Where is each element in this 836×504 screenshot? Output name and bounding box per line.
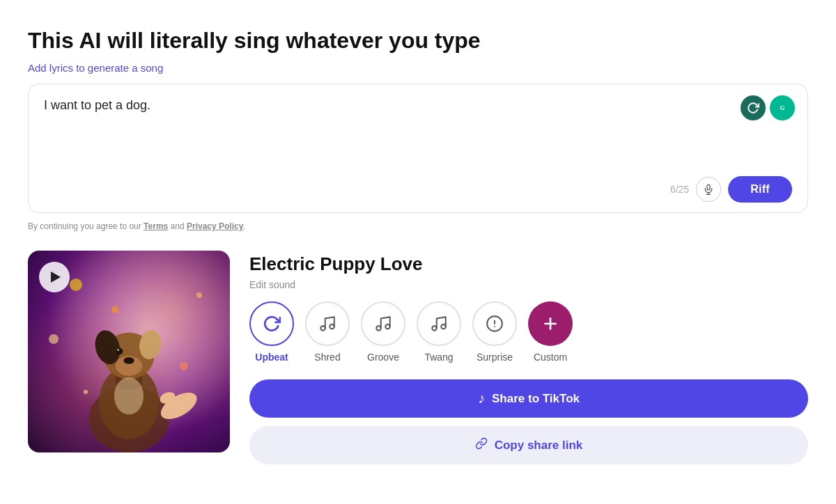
lyrics-input[interactable]: I want to pet a dog.: [44, 98, 792, 168]
surprise-label: Surprise: [477, 352, 513, 363]
svg-point-14: [117, 349, 119, 351]
share-tiktok-label: Share to TikTok: [492, 392, 580, 406]
svg-point-20: [376, 326, 381, 331]
play-icon: [51, 271, 61, 283]
add-lyrics-link[interactable]: Add lyrics to generate a song: [28, 62, 163, 74]
upbeat-icon-circle: [249, 301, 294, 346]
shred-icon-circle: [305, 301, 350, 346]
page-title: This AI will literally sing whatever you…: [28, 28, 808, 54]
sound-option-upbeat[interactable]: Upbeat: [249, 301, 294, 363]
groove-label: Groove: [367, 352, 399, 363]
sound-option-groove[interactable]: Groove: [361, 301, 405, 363]
svg-point-22: [432, 326, 437, 331]
song-info: Electric Puppy Love Edit sound Upbeat: [249, 251, 808, 464]
sound-options: Upbeat Shred: [249, 301, 808, 363]
song-title: Electric Puppy Love: [249, 253, 808, 275]
lyrics-card: G I want to pet a dog. 6/25 Riff: [28, 84, 808, 213]
char-count: 6/25: [670, 184, 689, 195]
svg-point-18: [320, 326, 325, 331]
shred-label: Shred: [314, 352, 340, 363]
twang-label: Twang: [424, 352, 453, 363]
sound-option-shred[interactable]: Shred: [305, 301, 350, 363]
mic-button[interactable]: [696, 177, 721, 202]
svg-point-21: [385, 324, 390, 329]
twang-icon-circle: [417, 301, 461, 346]
svg-text:G: G: [780, 104, 784, 111]
sound-option-twang[interactable]: Twang: [417, 301, 461, 363]
svg-point-23: [441, 324, 446, 329]
toolbar-icons: G: [741, 95, 795, 120]
refresh-icon-btn[interactable]: [741, 95, 766, 120]
custom-icon-circle: [528, 301, 573, 346]
surprise-icon-circle: [472, 301, 517, 346]
custom-label: Custom: [534, 352, 567, 363]
groove-icon-circle: [361, 301, 405, 346]
link-icon: [475, 437, 488, 453]
lyrics-footer: 6/25 Riff: [44, 176, 792, 203]
svg-rect-2: [707, 184, 710, 189]
riff-button[interactable]: Riff: [728, 176, 792, 203]
terms-text: By continuing you agree to our Terms and…: [28, 221, 808, 231]
sound-option-custom[interactable]: Custom: [528, 301, 573, 363]
privacy-link[interactable]: Privacy Policy: [187, 221, 243, 231]
svg-point-12: [123, 357, 134, 364]
upbeat-label: Upbeat: [255, 352, 288, 363]
gramarly-icon-btn[interactable]: G: [770, 95, 795, 120]
svg-point-13: [116, 348, 123, 355]
edit-sound-label: Edit sound: [249, 279, 808, 290]
copy-link-label: Copy share link: [495, 439, 583, 452]
svg-point-15: [114, 377, 144, 415]
copy-link-button[interactable]: Copy share link: [249, 426, 808, 464]
play-button[interactable]: [39, 262, 70, 292]
sound-option-surprise[interactable]: Surprise: [472, 301, 517, 363]
tiktok-icon: ♪: [478, 391, 485, 407]
share-tiktok-button[interactable]: ♪ Share to TikTok: [249, 379, 808, 418]
terms-link[interactable]: Terms: [144, 221, 168, 231]
song-section: Electric Puppy Love Edit sound Upbeat: [28, 251, 808, 464]
song-thumbnail: [28, 251, 230, 452]
